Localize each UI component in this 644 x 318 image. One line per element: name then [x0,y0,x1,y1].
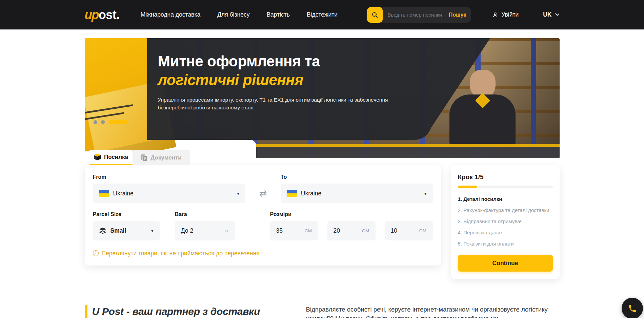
to-label: To [281,174,433,180]
hero-text: Митне оформлення та логістичні рішення У… [158,52,395,112]
dimension-unit: см [362,228,369,233]
step-item-4: 4. Перевірка даних [458,230,553,235]
phone-fab-button[interactable] [622,298,643,318]
carousel-dot-active[interactable] [108,120,128,124]
nav-links: Міжнародна доставка Для бізнесу Вартість… [141,11,338,18]
info-icon: ⓘ [93,249,99,257]
weight-label: Вага [175,211,235,217]
step-item-5: 5. Реквізити для оплати [458,241,553,247]
user-icon [492,12,499,18]
dimension-height-value: 10 [391,227,397,234]
parcel-size-value: Small [110,227,126,234]
parcel-form-card: From Ukraine ▾ ⇄ To [85,165,441,266]
weight-unit: кг [225,228,229,233]
ukraine-flag-icon [287,190,297,197]
weight-input[interactable]: До 2 кг [175,221,235,240]
tracking-number-input[interactable] [383,12,447,18]
navbar: up ost. Міжнародна доставка Для бізнесу … [0,0,644,29]
login-button[interactable]: Увійти [492,11,519,18]
dimension-unit: см [419,228,427,233]
login-label: Увійти [501,11,519,18]
search-button[interactable] [367,7,383,23]
dimension-length-value: 35 [276,227,283,234]
restricted-items-link[interactable]: ⓘ Переглянути товари, які не приймаються… [93,249,260,257]
step-item-2: 2. Рахунок-фактура та деталі доставки [458,207,553,213]
from-label: From [93,174,246,180]
weight-value: До 2 [181,227,193,234]
tracking-search: Пошук [367,7,471,23]
dimension-width-input[interactable]: 20 см [327,221,376,240]
dimension-height-input[interactable]: 10 см [385,221,433,240]
tab-documents[interactable]: Документи [133,150,190,165]
continue-button[interactable]: Continue [458,255,553,272]
intro-heading: U Post - ваш партнер з доставки [92,306,260,317]
step-item-1: 1. Деталі посилки [458,196,553,202]
nav-link-track[interactable]: Відстежити [307,11,338,18]
step-item-3: 3. Відправник та отримувач [458,218,553,224]
carousel-dot[interactable] [101,120,105,124]
search-submit-button[interactable]: Пошук [447,12,471,18]
ukraine-flag-icon [99,190,109,197]
to-country-select[interactable]: Ukraine ▾ [281,184,433,203]
carousel-dots [94,120,128,124]
documents-icon [141,154,147,161]
search-icon [371,11,379,19]
steps-card: Крок 1/5 1. Деталі посилки 2. Рахунок-фа… [451,165,560,279]
dimension-unit: см [305,228,312,233]
logo-text: ost. [99,8,120,22]
carousel-dot[interactable] [94,120,97,124]
parcel-size-label: Parcel Size [93,211,160,217]
caret-down-icon: ▾ [237,191,239,196]
swap-directions-icon[interactable]: ⇄ [259,189,267,198]
from-country-select[interactable]: Ukraine ▾ [93,184,246,203]
hero-description: Управління процесами імпорту, експорту, … [158,96,388,112]
nav-link-business[interactable]: Для бізнесу [217,11,249,18]
language-code: UK [543,11,551,18]
intro-paragraph: Відправляєте особисті речі, керуєте інте… [306,305,560,318]
progress-fill [458,186,477,188]
intro-section: U Post - ваш партнер з доставки Відправл… [85,305,560,318]
from-country-value: Ukraine [113,190,134,197]
logo[interactable]: up ost. [85,8,120,22]
dimension-width-value: 20 [334,227,340,234]
tab-documents-label: Документи [150,154,182,161]
step-counter: Крок 1/5 [458,173,553,181]
hero-banner: Митне оформлення та логістичні рішення У… [85,38,560,158]
hero-yellow-panel [85,38,147,151]
chevron-down-icon [555,13,560,16]
nav-link-international[interactable]: Міжнародна доставка [141,11,200,18]
progress-bar [458,186,553,188]
parcel-box-icon [94,153,101,161]
hero-title-line1: Митне оформлення та [158,52,395,70]
logo-accent: up [85,8,99,22]
hero-title-line2: логістичні рішення [158,70,395,89]
dimensions-label: Розміри [270,211,433,217]
page: up ost. Міжнародна доставка Для бізнесу … [0,0,644,318]
tab-parcel[interactable]: Посилка [89,150,133,165]
restricted-items-link-text: Переглянути товари, які не приймаються д… [102,250,260,257]
shipment-type-tabs: Посилка Документи [89,150,441,165]
caret-down-icon: ▾ [151,228,154,233]
nav-link-pricing[interactable]: Вартість [266,11,290,18]
tab-parcel-label: Посилка [104,154,128,161]
layers-icon [99,228,106,234]
parcel-size-select[interactable]: Small ▾ [93,221,160,240]
language-selector[interactable]: UK [543,11,559,18]
heading-accent-bar [85,305,87,318]
caret-down-icon: ▾ [424,191,426,196]
dimension-length-input[interactable]: 35 см [270,221,318,240]
to-country-value: Ukraine [301,190,321,197]
phone-icon [628,304,637,313]
